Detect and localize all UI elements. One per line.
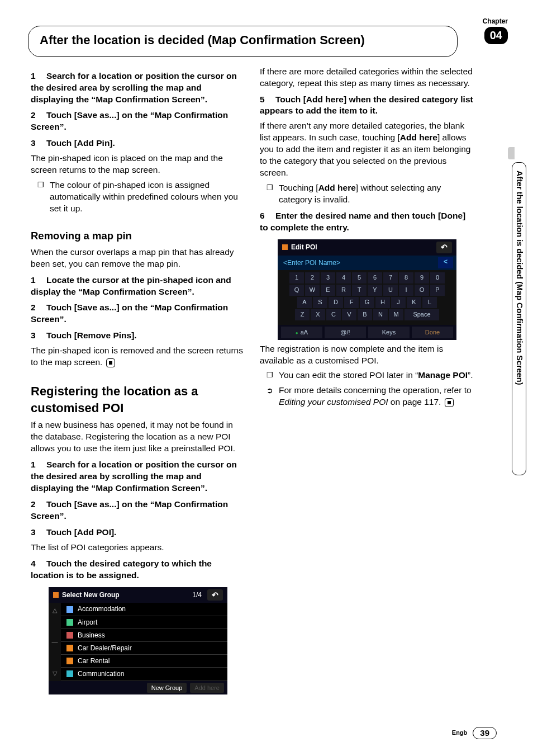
key-7[interactable]: 7	[383, 272, 398, 284]
back-icon[interactable]: ↶	[207, 589, 223, 601]
poi-name-input[interactable]: <Enter POI Name>	[281, 257, 438, 268]
remove-step-3-body: The pin-shaped icon is removed and the s…	[31, 345, 245, 368]
step-2: 2Touch [Save as...] on the “Map Confirma…	[31, 110, 245, 133]
step-3-body: The pin-shaped icon is placed on the map…	[31, 153, 245, 176]
key-I[interactable]: I	[399, 285, 413, 296]
after-fig2-text: The registration is now complete and the…	[260, 343, 474, 367]
key-0[interactable]: 0	[430, 272, 445, 284]
key-A[interactable]: A	[297, 297, 312, 308]
key-3[interactable]: 3	[321, 272, 335, 284]
key-F[interactable]: F	[344, 297, 359, 308]
remove-step-1: 1Locate the cursor at the pin-shaped ico…	[31, 275, 245, 298]
key-V[interactable]: V	[342, 309, 356, 320]
section-title: After the location is decided (Map Confi…	[40, 32, 446, 49]
list-item[interactable]: Car Rental	[61, 655, 227, 668]
fig1-title: Select New Group	[62, 590, 192, 599]
back-icon[interactable]: ↶	[436, 242, 452, 253]
list-item[interactable]: Accommodation	[61, 603, 227, 616]
done-button[interactable]: Done	[412, 327, 453, 338]
reg-step-3: 3Touch [Add POI].	[31, 527, 245, 538]
app-icon	[282, 244, 288, 250]
keys-button[interactable]: Keys	[368, 327, 410, 338]
kbd-row-3: ZXCVBNMSpace	[281, 309, 453, 320]
symbols-button[interactable]: @/!	[325, 327, 366, 338]
key-R[interactable]: R	[336, 285, 351, 296]
page-number: 39	[473, 727, 497, 739]
key-P[interactable]: P	[430, 285, 445, 296]
category-list: Accommodation Airport Business Car Deale…	[61, 603, 227, 681]
side-tab: After the location is decided (Map Confi…	[512, 162, 526, 475]
remove-step-3: 3Touch [Remove Pins].	[31, 330, 245, 342]
page-footer: Engb 39	[452, 727, 497, 739]
key-L[interactable]: L	[422, 297, 437, 308]
key-4[interactable]: 4	[336, 272, 351, 284]
key-X[interactable]: X	[311, 309, 325, 320]
key-J[interactable]: J	[391, 297, 406, 308]
figure-select-new-group: Select New Group 1/4 ↶ △ — ▽ Accommodati…	[49, 587, 227, 695]
after-fig1-text: If there are more detailed categories wi…	[260, 66, 474, 89]
list-item[interactable]: Communication	[61, 668, 227, 681]
key-C[interactable]: C	[326, 309, 341, 320]
register-intro: If a new business has opened, it may not…	[31, 419, 245, 455]
key-9[interactable]: 9	[415, 272, 429, 284]
reg-step-1: 1Search for a location or position the c…	[31, 459, 245, 494]
language-code: Engb	[452, 729, 468, 737]
key-N[interactable]: N	[373, 309, 388, 320]
heading-register-poi: Registering the location as a customised…	[31, 383, 245, 416]
key-Y[interactable]: Y	[368, 285, 382, 296]
reg-step-5-body: If there aren’t any more detailed catego…	[260, 120, 474, 179]
kbd-row-2: ASDFGHJKL	[281, 297, 453, 308]
key-O[interactable]: O	[415, 285, 429, 296]
manage-poi-note: You can edit the stored POI later in “Ma…	[279, 370, 474, 381]
key-K[interactable]: K	[407, 297, 421, 308]
key-8[interactable]: 8	[399, 272, 413, 284]
section-title-box: After the location is decided (Map Confi…	[28, 26, 458, 57]
chapter-word: Chapter	[483, 17, 508, 26]
chapter-label: Chapter 04	[483, 17, 508, 44]
scroll-up-icon[interactable]: △	[53, 606, 57, 615]
scroll-rail[interactable]: △ — ▽	[49, 603, 61, 681]
reg-step-3-body: The list of POI categories appears.	[31, 542, 245, 554]
side-tab-connector	[508, 147, 515, 159]
key-U[interactable]: U	[383, 285, 398, 296]
end-icon	[445, 398, 454, 407]
key-T[interactable]: T	[352, 285, 367, 296]
content-columns: 1Search for a location or position the c…	[31, 66, 474, 698]
keyboard: 1234567890 QWERTYUIOP ASDFGHJKL ZXCVBNMS…	[278, 270, 456, 325]
key-2[interactable]: 2	[305, 272, 320, 284]
step-3: 3Touch [Add Pin].	[31, 138, 245, 149]
figure-edit-poi: Edit POI ↶ <Enter POI Name> < 1234567890…	[278, 239, 456, 340]
list-item[interactable]: Business	[61, 629, 227, 642]
key-5[interactable]: 5	[352, 272, 367, 284]
case-button[interactable]: aA	[281, 327, 322, 338]
key-space[interactable]: Space	[404, 309, 439, 320]
key-H[interactable]: H	[375, 297, 390, 308]
key-Q[interactable]: Q	[289, 285, 304, 296]
reg-step-2: 2Touch [Save as...] on the “Map Confirma…	[31, 499, 245, 522]
new-group-button[interactable]: New Group	[147, 683, 187, 693]
list-item[interactable]: Airport	[61, 616, 227, 629]
key-1[interactable]: 1	[289, 272, 304, 284]
end-icon	[106, 358, 115, 367]
key-M[interactable]: M	[389, 309, 403, 320]
reg-step-4: 4Touch the desired category to which the…	[31, 558, 245, 582]
scroll-down-icon[interactable]: ▽	[53, 669, 57, 678]
fig1-page: 1/4	[192, 590, 202, 599]
reg-step-5-note: Touching [Add here] without selecting an…	[279, 182, 474, 206]
list-item[interactable]: Car Dealer/Repair	[61, 642, 227, 655]
add-here-button[interactable]: Add here	[190, 683, 224, 693]
reg-step-6: 6Enter the desired name and then touch […	[260, 210, 474, 234]
key-S[interactable]: S	[313, 297, 327, 308]
step-1: 1Search for a location or position the c…	[31, 70, 245, 106]
key-B[interactable]: B	[358, 309, 372, 320]
heading-removing-pin: Removing a map pin	[31, 229, 245, 243]
key-D[interactable]: D	[329, 297, 343, 308]
key-G[interactable]: G	[360, 297, 374, 308]
key-W[interactable]: W	[305, 285, 320, 296]
backspace-button[interactable]: <	[438, 257, 453, 268]
key-E[interactable]: E	[321, 285, 335, 296]
key-Z[interactable]: Z	[295, 309, 310, 320]
fig2-title: Edit POI	[291, 243, 436, 252]
key-6[interactable]: 6	[368, 272, 382, 284]
remove-intro: When the cursor overlaps a map pin that …	[31, 247, 245, 270]
